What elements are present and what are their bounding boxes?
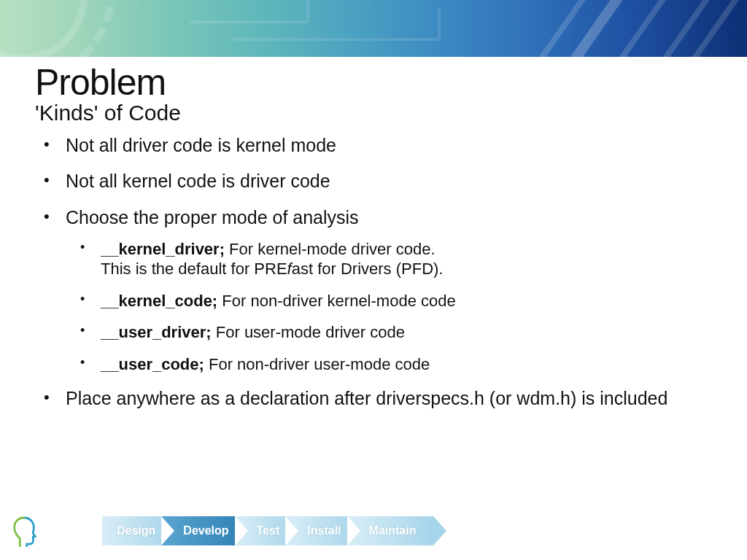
- head-logo-icon: [10, 515, 38, 547]
- sub-bullet-item: __kernel_code; For non-driver kernel-mod…: [66, 291, 712, 311]
- bullet-text: Choose the proper mode of analysis: [66, 207, 359, 228]
- sub-bullet-item: __user_driver; For user-mode driver code: [66, 322, 712, 343]
- mode-desc-line2a: This is the default for PRE: [101, 260, 287, 278]
- sub-bullet-list: __kernel_driver; For kernel-mode driver …: [66, 239, 712, 375]
- sub-bullet-item: __user_code; For non-driver user-mode co…: [66, 354, 712, 375]
- sub-bullet-item: __kernel_driver; For kernel-mode driver …: [66, 239, 712, 279]
- slide-header-banner: [0, 0, 747, 57]
- bullet-list: Not all driver code is kernel mode Not a…: [35, 134, 712, 411]
- mode-desc: For non-driver user-mode code: [204, 355, 430, 373]
- mode-name: __user_code;: [101, 355, 204, 373]
- slide-footer: Design Develop Test Install Maintain: [0, 510, 747, 548]
- stage-label: Install: [307, 524, 341, 537]
- stage-label: Design: [117, 524, 155, 537]
- stage-label: Test: [257, 524, 280, 537]
- mode-desc: For non-driver kernel-mode code: [217, 292, 455, 310]
- stage-develop: Develop: [161, 516, 246, 545]
- slide-content: Problem 'Kinds' of Code Not all driver c…: [0, 57, 747, 411]
- mode-name: __user_driver;: [101, 323, 212, 341]
- bullet-item: Not all kernel code is driver code: [35, 170, 712, 192]
- mode-name: __kernel_code;: [101, 292, 217, 310]
- mode-desc: For kernel-mode driver code.: [225, 240, 436, 258]
- decorative-circuit-overlay: [0, 0, 747, 57]
- mode-name: __kernel_driver;: [101, 240, 225, 258]
- lifecycle-arrows: Design Develop Test Install Maintain: [102, 513, 433, 548]
- bullet-item: Place anywhere as a declaration after dr…: [35, 387, 712, 410]
- bullet-item: Not all driver code is kernel mode: [35, 134, 712, 157]
- bullet-item: Choose the proper mode of analysis __ker…: [35, 206, 712, 375]
- slide-title: Problem: [35, 61, 712, 104]
- stage-label: Maintain: [369, 524, 417, 537]
- slide-subtitle: 'Kinds' of Code: [35, 101, 712, 125]
- stage-maintain: Maintain: [347, 516, 434, 545]
- stage-label: Develop: [183, 524, 228, 537]
- mode-desc: For user-mode driver code: [212, 323, 405, 341]
- mode-desc-line2b: ast for Drivers (PFD).: [292, 260, 444, 278]
